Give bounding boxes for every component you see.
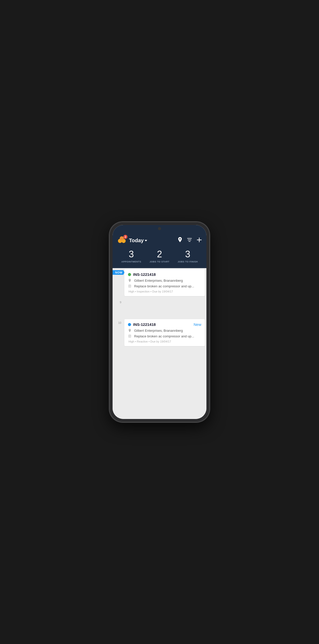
app-header: 2 Today <box>113 232 206 268</box>
job-location-1: Gilbert Enterprises, Branannberg <box>134 279 183 282</box>
new-badge: New <box>194 322 201 327</box>
status-dot-blue <box>128 323 131 326</box>
job-desc-row-2: Replace broken ac compressor and up... <box>128 334 201 338</box>
header-icons <box>178 237 202 244</box>
slot-10-content: INS-1221418 New Gilbert Enterprises, Bra… <box>123 318 206 348</box>
time-slot-8: NOW 8 INS-1221418 <box>113 268 206 298</box>
job-id-2: INS-1221418 <box>133 322 156 327</box>
stat-jobs-to-finish-label: JOBS TO FINISH <box>174 260 202 263</box>
job-location-row-2: Gilbert Enterprises, Branannberg <box>128 329 201 333</box>
filter-icon[interactable] <box>187 238 192 243</box>
job-description-1: Replace broken ac compressor and up... <box>134 284 194 288</box>
document-icon-1 <box>128 285 132 288</box>
app-logo[interactable]: 2 <box>117 236 126 245</box>
slot-8-content: INS-1221418 Gilbert Enterprises, Branann… <box>123 268 206 298</box>
job-card-1-header: INS-1221418 <box>128 272 201 277</box>
add-icon[interactable] <box>197 237 202 244</box>
job-location-row-1: Gilbert Enterprises, Branannberg <box>128 279 201 283</box>
stat-appointments-label: APPOINTMENTS <box>117 260 145 263</box>
job-id-row-2: INS-1221418 <box>128 322 156 327</box>
stat-jobs-to-finish-number: 3 <box>174 250 202 259</box>
job-id-row-1: INS-1221418 <box>128 272 156 277</box>
stats-row: 3 APPOINTMENTS 2 JOBS TO START 3 JOBS TO… <box>117 250 202 263</box>
time-label-10: 10 <box>113 318 123 348</box>
location-pin-icon-1 <box>128 279 132 283</box>
status-dot-green <box>128 273 131 276</box>
stat-jobs-to-start[interactable]: 2 JOBS TO START <box>145 250 174 263</box>
time-slot-9: 9 <box>113 298 206 318</box>
document-icon-2 <box>128 335 132 338</box>
job-card-1[interactable]: INS-1221418 Gilbert Enterprises, Branann… <box>124 269 205 296</box>
now-badge: NOW <box>113 270 124 275</box>
status-bar <box>113 225 206 232</box>
job-location-2: Gilbert Enterprises, Branannberg <box>134 329 183 333</box>
job-tags-1: High • Inspection • Due by 19/04/17 <box>128 290 201 293</box>
stat-jobs-to-start-number: 2 <box>145 250 174 259</box>
header-left: 2 Today <box>117 236 147 245</box>
header-title[interactable]: Today <box>129 238 147 243</box>
job-description-2: Replace broken ac compressor and up... <box>134 334 194 338</box>
chevron-down-icon <box>145 240 147 241</box>
stat-appointments-number: 3 <box>117 250 145 259</box>
job-card-2[interactable]: INS-1221418 New Gilbert Enterprises, Bra… <box>124 319 205 346</box>
phone-screen: 2 Today <box>113 225 206 419</box>
time-slot-10: 10 INS-1221418 New <box>113 318 206 348</box>
notification-badge: 2 <box>123 235 127 239</box>
time-label-9: 9 <box>113 298 123 318</box>
stat-appointments[interactable]: 3 APPOINTMENTS <box>117 250 145 263</box>
job-card-2-header: INS-1221418 New <box>128 322 201 327</box>
job-desc-row-1: Replace broken ac compressor and up... <box>128 284 201 288</box>
stat-jobs-to-finish[interactable]: 3 JOBS TO FINISH <box>174 250 202 263</box>
camera <box>158 227 161 230</box>
job-tags-2: High • Reactive • Due by 19/04/17 <box>128 340 201 343</box>
phone-frame: 2 Today <box>109 222 210 422</box>
location-icon[interactable] <box>178 237 182 244</box>
job-id-1: INS-1221418 <box>133 272 156 277</box>
stat-jobs-to-start-label: JOBS TO START <box>145 260 174 263</box>
header-top: 2 Today <box>117 236 202 245</box>
location-pin-icon-2 <box>128 329 132 333</box>
timeline-content: NOW 8 INS-1221418 <box>113 268 206 419</box>
